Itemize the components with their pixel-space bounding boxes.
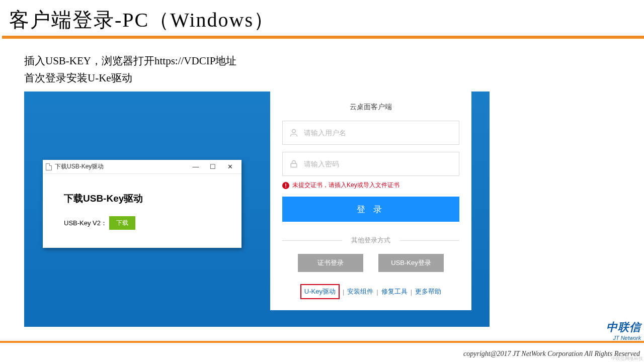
download-button[interactable]: 下载 [109,216,135,230]
minimize-button[interactable]: — [187,163,204,170]
logo: 中联信 JT Network [606,320,641,341]
svg-point-0 [292,130,296,133]
login-button[interactable]: 登 录 [282,197,459,222]
screenshot-area: 云桌面客户端 ! 未提交证书，请插入Key或导入文件证书 登 录 其他登录方式 … [24,92,490,333]
dialog-title: 下载USB-Key驱动 [55,162,104,171]
install-component-link[interactable]: 安装组件 [347,287,373,296]
more-help-link[interactable]: 更多帮助 [415,287,441,296]
close-button[interactable]: ✕ [221,163,238,170]
usbkey-login-button[interactable]: USB-Key登录 [378,254,444,272]
separator: | [376,288,378,296]
footer-bar [0,341,644,343]
help-links: U-Key驱动 | 安装组件 | 修复工具 | 更多帮助 [282,284,459,299]
alert-icon: ! [282,182,289,189]
login-card: 云桌面客户端 ! 未提交证书，请插入Key或导入文件证书 登 录 其他登录方式 … [270,92,471,310]
svg-rect-1 [291,163,297,167]
ukey-driver-highlight: U-Key驱动 [300,284,340,299]
slide-title: 客户端登录-PC（Windows） [0,0,644,36]
subtitle-line1: 插入USB-KEY，浏览器打开https://VDCIP地址 [24,53,644,70]
divider-label: 其他登录方式 [342,236,399,245]
separator: | [411,288,412,296]
error-text: 未提交证书，请插入Key或导入文件证书 [292,181,399,190]
ukey-driver-link[interactable]: U-Key驱动 [304,287,336,296]
dialog-heading: 下载USB-Key驱动 [64,192,220,205]
dialog-titlebar[interactable]: 下载USB-Key驱动 — ☐ ✕ [43,160,242,174]
repair-tool-link[interactable]: 修复工具 [381,287,408,296]
logo-en: JT Network [606,335,641,341]
username-field[interactable] [282,121,459,145]
maximize-button[interactable]: ☐ [204,163,221,170]
version-label: USB-Key V2： [64,219,107,228]
login-card-title: 云桌面客户端 [282,103,459,112]
cert-login-button[interactable]: 证书登录 [298,254,363,272]
lock-icon [289,159,299,169]
alt-login-divider: 其他登录方式 [282,236,459,245]
download-dialog: 下载USB-Key驱动 — ☐ ✕ 下载USB-Key驱动 USB-Key V2… [43,160,242,248]
watermark: 中联信网络科技 [611,355,643,362]
separator: | [343,288,344,296]
password-field[interactable] [282,152,459,176]
document-icon [46,163,52,170]
logo-cn: 中联信 [606,320,641,335]
subtitle-line2: 首次登录安装U-Ke驱动 [24,70,644,87]
slide-subtitle: 插入USB-KEY，浏览器打开https://VDCIP地址 首次登录安装U-K… [0,39,644,86]
error-row: ! 未提交证书，请插入Key或导入文件证书 [282,181,459,190]
password-input[interactable] [304,160,453,168]
username-input[interactable] [304,129,453,137]
user-icon [289,128,299,138]
